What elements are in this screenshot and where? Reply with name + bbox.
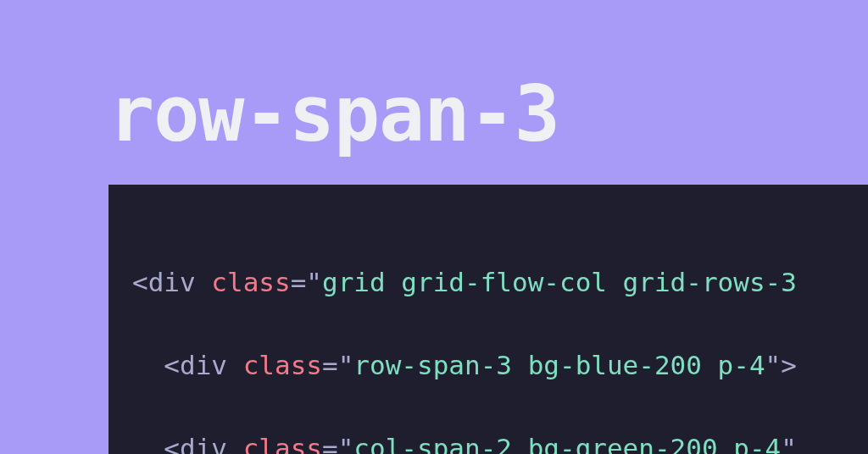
code-line-1: <div class="grid grid-flow-col grid-rows… xyxy=(132,262,844,303)
code-line-2: <div class="row-span-3 bg-blue-200 p-4"> xyxy=(132,345,844,386)
page-title: row-span-3 xyxy=(108,69,559,158)
code-line-3: <div class="col-span-2 bg-green-200 p-4" xyxy=(132,428,844,454)
code-block: <div class="grid grid-flow-col grid-rows… xyxy=(108,185,868,454)
